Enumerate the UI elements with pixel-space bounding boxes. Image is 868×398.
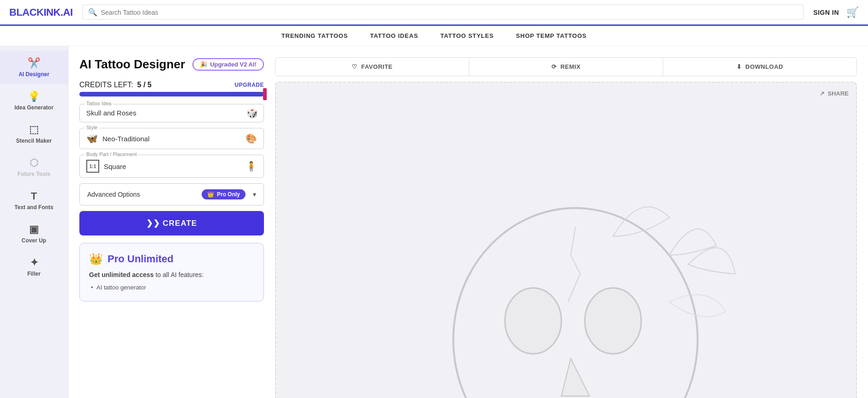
left-panel: AI Tattoo Designer 🎉 Upgraded V2 AI! CRE…	[79, 57, 264, 398]
sidebar-label-text-fonts: Text and Fonts	[14, 204, 53, 211]
style-selector[interactable]: 🦋 Neo-Traditional 🎨	[86, 133, 257, 144]
placement-selector[interactable]: 1:1 Square 🧍	[86, 160, 257, 173]
tattoo-idea-field: Tattoo Idea 🎲	[79, 104, 264, 122]
topbar-right: SIGN IN 🛒	[813, 6, 859, 18]
right-wrapper: ♡ FAVORITE ⟳ REMIX ⬇ DOWNLOAD ↗ SHARE	[275, 57, 857, 398]
tattoo-preview-svg	[305, 114, 827, 398]
content-area: AI Tattoo Designer 🎉 Upgraded V2 AI! CRE…	[68, 46, 868, 398]
pro-crown-icon: 👑	[89, 253, 103, 265]
credits-bar-fill	[79, 92, 264, 96]
upgraded-badge[interactable]: 🎉 Upgraded V2 AI!	[192, 58, 264, 71]
sidebar-item-idea-generator[interactable]: 💡 Idea Generator	[0, 84, 68, 117]
pro-only-badge: 👑 Pro Only	[202, 189, 245, 199]
coverup-icon: ▣	[29, 223, 39, 235]
pro-card-title: Pro Unlimited	[108, 253, 174, 265]
pro-card-list: AI tattoo generator	[89, 283, 254, 292]
nav-ideas[interactable]: TATTOO IDEAS	[370, 28, 418, 44]
action-buttons: ♡ FAVORITE ⟳ REMIX ⬇ DOWNLOAD	[275, 57, 857, 76]
scissors-icon: ✂️	[28, 57, 40, 69]
sidebar-label-filler: Filler	[27, 271, 41, 277]
navbar: TRENDING TATTOOS TATTOO IDEAS TATTOO STY…	[0, 26, 868, 46]
nav-styles[interactable]: TATTOO STYLES	[440, 28, 494, 44]
future-icon: ⬡	[30, 157, 38, 169]
create-label: ❯❯ CREATE	[146, 218, 197, 228]
sidebar-label-cover-up: Cover Up	[22, 237, 46, 244]
sidebar-label-ai-designer: AI Designer	[18, 71, 49, 78]
favorite-label: FAVORITE	[361, 63, 393, 70]
sidebar-item-ai-designer[interactable]: ✂️ AI Designer	[0, 51, 68, 84]
pro-unlimited-card: 👑 Pro Unlimited Get unlimited access to …	[79, 243, 264, 302]
stencil-icon: ⬚	[29, 124, 39, 136]
search-input[interactable]	[101, 9, 798, 16]
favorite-button[interactable]: ♡ FAVORITE	[275, 57, 469, 76]
nav-trending[interactable]: TRENDING TATTOOS	[281, 28, 348, 44]
download-label: DOWNLOAD	[745, 63, 783, 70]
pro-list-item: AI tattoo generator	[89, 283, 254, 292]
share-label: SHARE	[827, 90, 849, 97]
sign-in-button[interactable]: SIGN IN	[813, 9, 839, 16]
download-button[interactable]: ⬇ DOWNLOAD	[663, 57, 857, 76]
sidebar-label-stencil-maker: Stencil Maker	[16, 138, 52, 144]
pro-card-header: 👑 Pro Unlimited	[89, 253, 254, 265]
pro-card-desc: Get unlimited access to all AI features:	[89, 271, 254, 278]
placement-label: Body Part / Placement	[84, 151, 138, 157]
remix-icon: ⟳	[551, 63, 557, 70]
placement-field[interactable]: Body Part / Placement 1:1 Square 🧍	[79, 155, 264, 178]
search-bar: 🔍	[82, 5, 804, 20]
logo-accent: INK.AI	[44, 6, 73, 18]
search-icon: 🔍	[88, 8, 97, 17]
page-title: AI Tattoo Designer	[79, 57, 185, 72]
svg-point-1	[505, 288, 561, 354]
sidebar-item-filler[interactable]: ✦ Filler	[0, 250, 68, 283]
sidebar-item-text-fonts[interactable]: T Text and Fonts	[0, 184, 68, 217]
style-change-icon[interactable]: 🎨	[245, 133, 257, 144]
filler-icon: ✦	[30, 257, 38, 269]
advanced-options-label: Advanced Options	[87, 191, 140, 198]
credits-thumb	[263, 88, 267, 100]
sidebar: ✂️ AI Designer 💡 Idea Generator ⬚ Stenci…	[0, 46, 68, 398]
sparkle-icon: 🎉	[200, 61, 207, 68]
aspect-ratio-icon: 1:1	[86, 160, 99, 173]
upgraded-label: Upgraded V2 AI!	[210, 61, 257, 68]
sidebar-label-future-tools: Future Tools	[18, 171, 51, 177]
credits-header: CREDITS LEFT: 5 / 5 UPGRADE	[79, 81, 264, 89]
cart-icon[interactable]: 🛒	[846, 6, 859, 18]
share-icon: ↗	[820, 90, 825, 97]
svg-point-2	[585, 288, 641, 354]
main-layout: ✂️ AI Designer 💡 Idea Generator ⬚ Stenci…	[0, 46, 868, 398]
style-emoji: 🦋	[86, 133, 98, 144]
style-value: Neo-Traditional	[102, 135, 241, 143]
sidebar-item-stencil-maker[interactable]: ⬚ Stencil Maker	[0, 117, 68, 151]
placement-value: Square	[104, 163, 241, 170]
credits-text: CREDITS LEFT: 5 / 5	[79, 81, 152, 89]
share-button[interactable]: ↗ SHARE	[820, 90, 849, 97]
bulb-icon: 💡	[28, 90, 40, 103]
page-header: AI Tattoo Designer 🎉 Upgraded V2 AI!	[79, 57, 264, 72]
logo: BLACKINK.AI	[9, 6, 73, 18]
heart-icon: ♡	[352, 63, 358, 70]
credits-section: CREDITS LEFT: 5 / 5 UPGRADE	[79, 81, 264, 96]
dice-icon[interactable]: 🎲	[246, 108, 258, 119]
advanced-options-row[interactable]: Advanced Options 👑 Pro Only ▾	[79, 183, 264, 205]
text-icon: T	[31, 190, 37, 202]
body-placement-icon[interactable]: 🧍	[245, 161, 257, 172]
remix-button[interactable]: ⟳ REMIX	[469, 57, 663, 76]
download-icon: ⬇	[736, 63, 742, 70]
remix-label: REMIX	[560, 63, 581, 70]
chevron-down-icon: ▾	[253, 191, 256, 198]
sidebar-item-future-tools: ⬡ Future Tools	[0, 151, 68, 184]
logo-black: BLACK	[9, 6, 44, 18]
nav-shop[interactable]: SHOP TEMP TATTOOS	[516, 28, 587, 44]
style-label: Style	[84, 125, 99, 130]
pro-only-label: Pro Only	[217, 191, 240, 198]
sidebar-label-idea-generator: Idea Generator	[14, 104, 54, 111]
style-field[interactable]: Style 🦋 Neo-Traditional 🎨	[79, 128, 264, 149]
create-button[interactable]: ❯❯ CREATE	[79, 211, 264, 235]
topbar: BLACKINK.AI 🔍 SIGN IN 🛒	[0, 0, 868, 26]
tattoo-idea-input[interactable]	[86, 109, 257, 117]
upgrade-button[interactable]: UPGRADE	[234, 82, 264, 88]
sidebar-item-cover-up[interactable]: ▣ Cover Up	[0, 217, 68, 250]
advanced-options-right: 👑 Pro Only ▾	[202, 189, 256, 199]
crown-icon: 👑	[207, 191, 214, 198]
credits-bar	[79, 92, 264, 96]
